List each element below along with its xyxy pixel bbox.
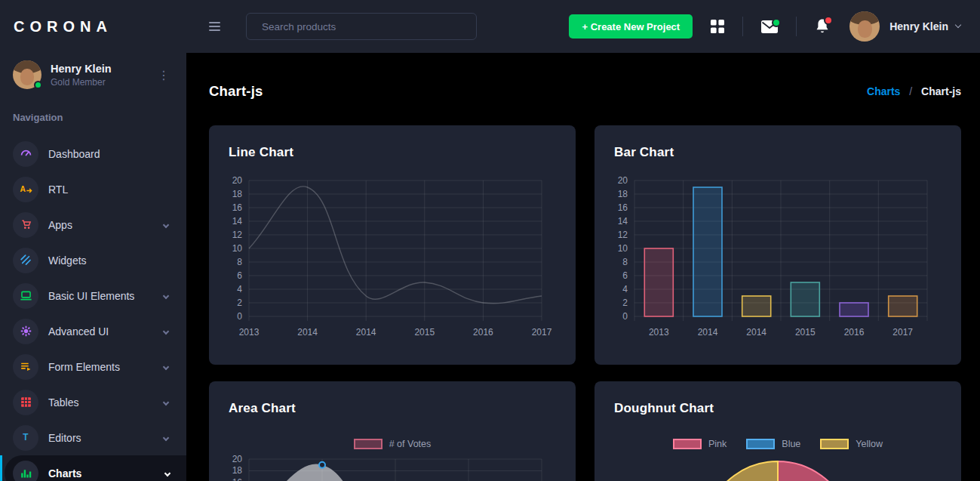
text-icon: T	[13, 425, 38, 451]
card-bar-chart: Bar Chart0246810121416182020132014201420…	[594, 125, 961, 365]
sidebar-item-label: Basic UI Elements	[48, 290, 134, 302]
sidebar: CORONA Henry Klein Gold Member ⋮ Navigat…	[0, 0, 186, 481]
cart-icon	[13, 212, 38, 238]
chevron-down-icon	[955, 22, 961, 28]
divider	[796, 17, 797, 36]
user-menu[interactable]: Henry Klein	[889, 20, 948, 32]
chevron-down-icon	[163, 434, 169, 440]
svg-text:16: 16	[232, 202, 243, 213]
legend-swatch	[746, 439, 775, 449]
top-navbar: + Create New Project	[186, 0, 980, 53]
svg-text:20: 20	[618, 175, 628, 186]
svg-text:4: 4	[237, 284, 242, 294]
divider	[742, 17, 743, 36]
chevron-down-icon	[163, 399, 169, 405]
chevron-down-icon	[163, 328, 169, 334]
card-area-chart: Area Chart# of Votes02468101214161820201…	[209, 381, 576, 481]
chart-legend: PinkBlueYellow	[594, 439, 961, 449]
mail-icon[interactable]	[761, 20, 778, 33]
sidebar-item-widgets[interactable]: Widgets	[0, 242, 186, 278]
card-title: Doughnut Chart	[614, 401, 714, 416]
user-avatar[interactable]	[849, 11, 880, 42]
svg-text:10: 10	[232, 243, 243, 254]
main-content: Chart-js Charts / Chart-js Line Chart024…	[186, 53, 980, 481]
breadcrumb-link-charts[interactable]: Charts	[867, 85, 900, 97]
svg-text:2013: 2013	[239, 327, 260, 338]
svg-text:14: 14	[618, 216, 628, 227]
sidebar-item-apps[interactable]: Apps	[0, 207, 186, 242]
menu-toggle-icon[interactable]	[209, 22, 220, 31]
widgets-icon	[13, 248, 38, 273]
svg-text:8: 8	[237, 257, 242, 267]
sidebar-item-label: Apps	[48, 219, 72, 231]
card-line-chart: Line Chart024681012141618202013201420142…	[209, 125, 576, 365]
svg-text:2: 2	[622, 298, 628, 308]
sidebar-item-dashboard[interactable]: Dashboard	[0, 136, 186, 171]
profile-card[interactable]: Henry Klein Gold Member ⋮	[13, 60, 174, 89]
svg-text:2016: 2016	[473, 327, 493, 338]
translate-icon: A	[13, 177, 38, 202]
playlist-icon	[13, 354, 38, 380]
svg-text:12: 12	[232, 230, 243, 240]
doughnut-chart-canvas[interactable]	[594, 453, 961, 481]
grid-icon[interactable]	[711, 20, 724, 33]
sidebar-item-tables[interactable]: Tables	[0, 384, 186, 420]
legend-item[interactable]: Pink	[673, 439, 727, 449]
chevron-down-icon	[163, 221, 169, 227]
sidebar-item-form-elements[interactable]: Form Elements	[0, 349, 186, 384]
legend-swatch	[354, 439, 382, 449]
area-chart-canvas[interactable]: 0246810121416182020132014201520162017	[218, 453, 567, 481]
kebab-menu-icon[interactable]: ⋮	[153, 68, 174, 82]
legend-item[interactable]: Yellow	[820, 439, 883, 449]
svg-text:16: 16	[618, 202, 628, 213]
svg-text:4: 4	[622, 284, 628, 294]
chevron-down-icon	[163, 363, 169, 369]
cards-grid: Line Chart024681012141618202013201420142…	[209, 125, 961, 481]
legend-label: Blue	[782, 439, 800, 449]
svg-text:18: 18	[232, 189, 243, 199]
svg-text:2014: 2014	[746, 327, 766, 338]
legend-label: Pink	[708, 439, 727, 449]
sidebar-item-advanced-ui[interactable]: Advanced UI	[0, 313, 186, 349]
svg-text:18: 18	[618, 189, 628, 199]
chevron-down-icon	[164, 470, 171, 476]
card-title: Line Chart	[229, 145, 293, 160]
legend-item[interactable]: # of Votes	[354, 439, 432, 449]
search-input[interactable]	[246, 13, 477, 40]
sidebar-item-basic-ui-elements[interactable]: Basic UI Elements	[0, 278, 186, 313]
sidebar-item-label: Charts	[48, 467, 81, 479]
laptop-icon	[13, 283, 38, 309]
svg-text:6: 6	[237, 270, 242, 281]
svg-text:2014: 2014	[297, 327, 318, 338]
profile-name: Henry Klein	[51, 63, 112, 75]
bar-chart-canvas[interactable]: 0246810121416182020132014201420152016201…	[604, 171, 952, 343]
legend-swatch	[673, 439, 702, 449]
page-title: Chart-js	[209, 83, 263, 100]
svg-text:0: 0	[237, 311, 242, 322]
bell-badge	[824, 16, 833, 25]
legend-swatch	[820, 439, 849, 449]
profile-role: Gold Member	[51, 77, 112, 88]
svg-text:2017: 2017	[892, 327, 913, 338]
svg-text:10: 10	[618, 243, 628, 254]
svg-text:A: A	[20, 185, 26, 193]
sidebar-item-editors[interactable]: TEditors	[0, 420, 186, 455]
legend-item[interactable]: Blue	[746, 439, 800, 449]
breadcrumb: Charts / Chart-js	[867, 85, 961, 97]
svg-text:2014: 2014	[698, 327, 718, 338]
card-title: Area Chart	[229, 401, 296, 416]
bell-icon[interactable]	[815, 18, 830, 35]
sidebar-item-charts[interactable]: Charts	[5, 455, 186, 481]
nav-section-label: Navigation	[13, 112, 186, 123]
line-chart-canvas[interactable]: 0246810121416182020132014201420152016201…	[218, 171, 567, 343]
svg-text:2015: 2015	[795, 327, 816, 338]
svg-text:0: 0	[622, 311, 628, 322]
svg-text:2: 2	[237, 298, 242, 308]
sidebar-item-label: Advanced UI	[48, 325, 109, 338]
corona-logo[interactable]: CORONA	[0, 0, 186, 53]
create-new-project-button[interactable]: + Create New Project	[569, 14, 693, 39]
sidebar-item-rtl[interactable]: ARTL	[0, 171, 186, 207]
svg-text:14: 14	[232, 216, 243, 227]
sidebar-item-label: Widgets	[48, 254, 87, 267]
table-icon	[13, 390, 38, 415]
